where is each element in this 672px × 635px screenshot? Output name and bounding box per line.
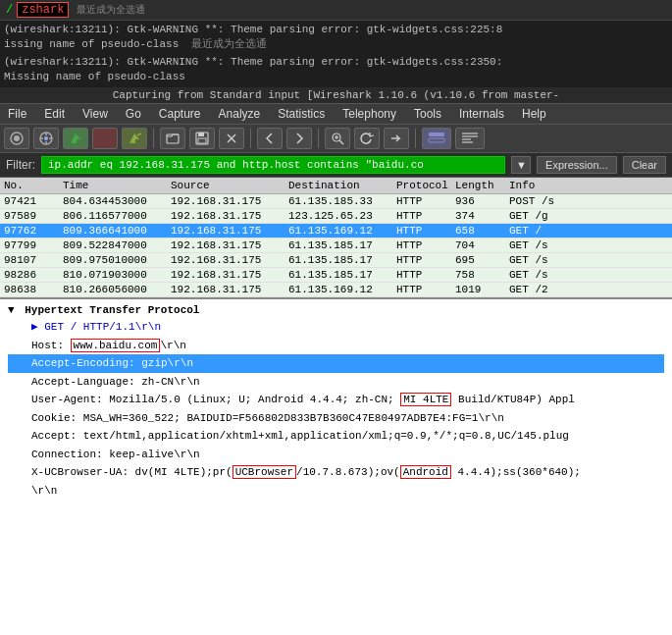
svg-rect-14 [198,138,206,143]
menu-telephony[interactable]: Telephony [338,106,400,122]
table-row[interactable]: 97762 809.366641000 192.168.31.175 61.13… [0,224,672,238]
cell-no: 98107 [0,253,59,267]
cell-destination: 61.135.185.33 [284,194,392,208]
terminal-header: / zshark 最近成为全选通 [0,0,672,21]
go-btn[interactable] [384,128,409,149]
list-icon [428,132,445,145]
menu-capture[interactable]: Capture [155,106,205,122]
cell-destination: 61.135.185.17 [284,268,392,282]
main-panels: No. Time Source Destination Protocol Len… [0,178,672,635]
svg-point-3 [44,136,48,140]
packet-panel: No. Time Source Destination Protocol Len… [0,178,672,297]
svg-line-18 [339,140,343,144]
menu-statistics[interactable]: Statistics [274,106,329,122]
col-header-source: Source [167,179,284,192]
cell-no: 98638 [0,283,59,296]
cell-protocol: HTTP [392,283,451,296]
table-row[interactable]: 98107 809.975010000 192.168.31.175 61.13… [0,253,672,268]
cell-protocol: HTTP [392,194,451,208]
table-row[interactable]: 98638 810.266056000 192.168.31.175 61.13… [0,283,672,297]
toolbar [0,125,672,153]
col-header-no: No. [0,179,59,192]
cell-destination: 123.125.65.23 [284,209,392,223]
cell-length: 758 [451,268,505,282]
warning-line-4: Missing name of pseudo-class [4,70,668,84]
cell-info: POST /s [505,194,672,208]
detail-line: Accept: text/html,application/xhtml+xml,… [8,427,664,446]
separator-1 [153,129,154,148]
forward-btn[interactable] [286,128,312,149]
packet-detail-btn[interactable] [455,128,485,149]
cell-time: 809.366641000 [59,224,167,238]
menu-tools[interactable]: Tools [410,106,445,122]
cell-length: 936 [451,194,505,208]
menu-edit[interactable]: Edit [40,106,69,122]
interface-icon [9,131,25,146]
detail-line: Host: www.baidu.com\r\n [8,337,664,355]
table-row[interactable]: 98286 810.071903000 192.168.31.175 61.13… [0,268,672,283]
menu-view[interactable]: View [78,106,112,122]
table-row[interactable]: 97421 804.634453000 192.168.31.175 61.13… [0,194,672,209]
detail-pane: ▼ Hypertext Transfer Protocol ▶ GET / HT… [0,297,672,635]
packet-list-btn[interactable] [422,128,451,149]
warning-line-1: (wireshark:13211): Gtk-WARNING **: Theme… [4,23,668,37]
clear-btn[interactable]: Clear [623,156,666,174]
detail-line: User-Agent: Mozilla/5.0 (Linux; U; Andro… [8,391,664,409]
cell-time: 810.266056000 [59,283,167,296]
svg-line-10 [137,133,141,135]
options-icon [38,131,54,146]
interface-list-btn[interactable] [4,128,29,149]
cell-time: 809.522847000 [59,238,167,252]
cell-source: 192.168.31.175 [167,268,284,282]
http-section-header[interactable]: ▼ Hypertext Transfer Protocol [8,302,664,319]
close-icon [225,132,238,145]
cell-length: 704 [451,238,505,252]
cell-no: 98286 [0,268,59,282]
reload-btn[interactable] [354,128,380,149]
menu-go[interactable]: Go [122,106,145,122]
detail-icon [461,132,479,145]
mi4lte-redbox: MI 4LTE [400,393,451,406]
table-row[interactable]: 97799 809.522847000 192.168.31.175 61.13… [0,238,672,253]
zoom-in-btn[interactable] [325,128,350,149]
cell-source: 192.168.31.175 [167,238,284,252]
stop-capture-btn[interactable] [92,128,118,149]
restart-icon [128,132,141,145]
start-capture-btn[interactable] [63,128,88,149]
save-btn[interactable] [189,128,215,149]
back-btn[interactable] [257,128,283,149]
cell-protocol: HTTP [392,209,451,223]
detail-link[interactable]: ▶ GET / HTTP/1.1\r\n [31,321,161,333]
detail-line[interactable]: ▶ GET / HTTP/1.1\r\n [8,318,664,337]
table-row[interactable]: 97589 806.116577000 192.168.31.175 123.1… [0,209,672,224]
menu-file[interactable]: File [4,106,30,122]
restart-capture-btn[interactable] [122,128,147,149]
reload-icon [360,132,374,145]
menu-internals[interactable]: Internals [455,106,508,122]
close-btn[interactable] [219,128,244,149]
capture-options-btn[interactable] [33,128,59,149]
menu-help[interactable]: Help [518,106,550,122]
separator-2 [250,129,251,148]
detail-line: Cookie: MSA_WH=360_522; BAIDUID=F566802D… [8,409,664,428]
cell-source: 192.168.31.175 [167,194,284,208]
section-arrow: ▼ [8,302,15,319]
cell-time: 804.634453000 [59,194,167,208]
filter-input[interactable] [41,156,505,174]
cell-length: 695 [451,253,505,267]
cell-time: 810.071903000 [59,268,167,282]
cell-destination: 61.135.169.12 [284,224,392,238]
filter-label: Filter: [6,158,35,172]
cell-info: GET /2 [505,283,672,296]
cell-destination: 61.135.185.17 [284,238,392,252]
filter-dropdown-btn[interactable]: ▼ [511,156,531,174]
svg-rect-22 [429,138,444,142]
expression-btn[interactable]: Expression... [537,156,617,174]
go-icon [389,132,403,145]
menu-analyze[interactable]: Analyze [215,106,265,122]
open-btn[interactable] [160,128,185,149]
packet-table: No. Time Source Destination Protocol Len… [0,178,672,297]
svg-rect-11 [167,134,179,143]
filter-bar: Filter: ▼ Expression... Clear [0,153,672,178]
cell-protocol: HTTP [392,224,451,238]
